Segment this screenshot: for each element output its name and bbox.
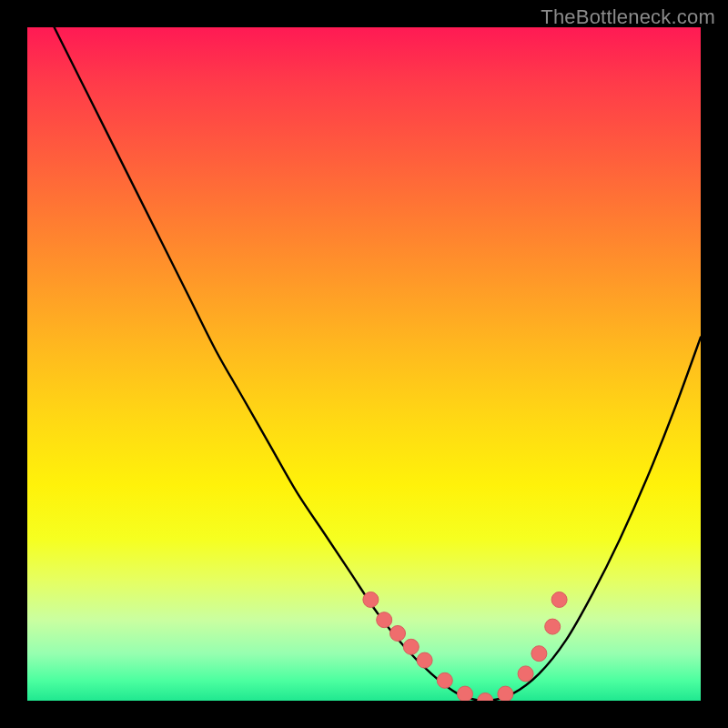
plot-background-gradient [27, 27, 701, 701]
watermark-text: TheBottleneck.com [541, 5, 715, 29]
plot-area [27, 27, 701, 701]
chart-stage: TheBottleneck.com [0, 0, 728, 728]
